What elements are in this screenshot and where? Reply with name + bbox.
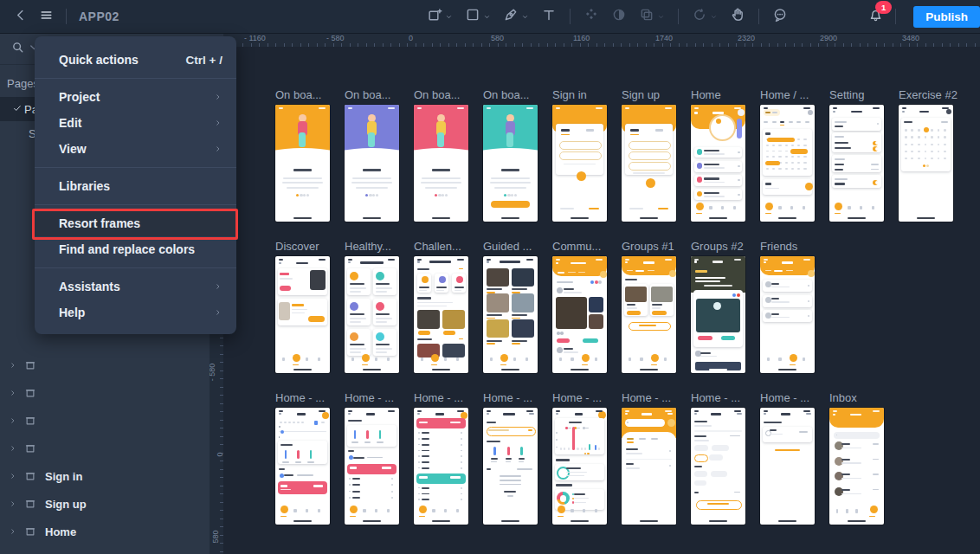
prototype-tool-button[interactable] (692, 7, 718, 26)
canvas-frame-stats[interactable] (345, 256, 399, 373)
layer-item-home-period[interactable]: Home / Period (0, 548, 210, 554)
frame-label[interactable]: Home - ... (760, 391, 809, 404)
frame-label[interactable]: Home - ... (691, 391, 740, 404)
canvas-frame-onb3[interactable] (414, 105, 468, 222)
frame-label[interactable]: Challen... (414, 240, 461, 253)
canvas-frame-guided[interactable] (483, 256, 538, 373)
frame-label[interactable]: Home - ... (414, 391, 463, 404)
canvas-frame-food[interactable] (552, 408, 607, 525)
notifications-button[interactable]: 1 (862, 3, 888, 29)
ruler-label: - 580 (209, 364, 217, 382)
main-menu-button[interactable] (33, 3, 59, 29)
frame-label[interactable]: On boa... (483, 88, 529, 101)
canvas-frame-home[interactable] (691, 105, 745, 222)
frame-label[interactable]: Healthy... (345, 240, 391, 253)
ruler-label: 3480 (902, 34, 919, 42)
frame-label[interactable]: Friends (760, 240, 797, 253)
layer-item[interactable] (0, 382, 210, 404)
comment-icon (772, 7, 788, 26)
components-tool-button[interactable] (583, 7, 599, 26)
canvas-frame-water1[interactable] (275, 408, 330, 525)
frame-label[interactable]: Groups #2 (691, 240, 744, 253)
canvas-frame-groups1[interactable] (622, 256, 676, 373)
canvas-frame-onb2[interactable] (345, 105, 399, 222)
divider (895, 9, 896, 24)
boolean-tool-button[interactable] (639, 7, 665, 26)
canvas-frame-exercise[interactable] (899, 105, 953, 222)
canvas-frame-onb4[interactable] (483, 105, 538, 222)
canvas-frame-water3[interactable] (414, 408, 468, 525)
pen-tool-button[interactable] (503, 7, 529, 26)
menu-item-find-and-replace-colors[interactable]: Find and replace colors (35, 236, 236, 262)
menu-item-help[interactable]: Help (35, 300, 236, 325)
layer-item-home[interactable]: Home (0, 520, 210, 543)
frame-label[interactable]: Groups #1 (622, 240, 674, 253)
canvas-frame-logfood[interactable] (622, 408, 676, 525)
canvas-frame-water2[interactable] (345, 408, 399, 525)
chevron-right-icon (9, 472, 17, 480)
layer-item[interactable] (0, 409, 210, 432)
frame-label[interactable]: Home (691, 88, 721, 101)
canvas-frame-onb1[interactable] (275, 105, 330, 222)
main-dropdown-menu: Quick actionsCtrl + /ProjectEditViewLibr… (35, 36, 236, 334)
frame-label[interactable]: On boa... (275, 88, 321, 101)
canvas-frame-signin[interactable] (552, 105, 607, 222)
menu-item-edit[interactable]: Edit (35, 110, 236, 136)
frame-label[interactable]: Home - ... (345, 391, 394, 404)
chevron-right-icon (214, 119, 222, 127)
layer-item-sign-in[interactable]: Sign in (0, 465, 210, 487)
add-board-tool-button[interactable] (427, 7, 453, 26)
canvas-viewport[interactable]: - 1160- 580058011601740232029003480 - 58… (210, 33, 980, 554)
canvas-frame-setting[interactable] (829, 105, 884, 222)
frame-label[interactable]: Guided ... (483, 240, 532, 253)
search-icon (10, 40, 25, 58)
layer-item-sign-up[interactable]: Sign up (0, 493, 210, 515)
publish-button[interactable]: Publish (913, 6, 980, 28)
frame-label[interactable]: Home - ... (275, 391, 325, 404)
menu-item-resort-frames[interactable]: Resort frames (35, 210, 236, 236)
canvas-frame-friends[interactable] (760, 256, 815, 373)
frame-label[interactable]: Commu... (552, 240, 601, 253)
hand-tool-button[interactable] (730, 7, 745, 26)
frame-label[interactable]: Home - ... (622, 391, 671, 404)
layer-item[interactable] (0, 437, 210, 460)
frame-label[interactable]: On boa... (345, 88, 390, 101)
menu-item-quick-actions[interactable]: Quick actionsCtrl + / (35, 47, 236, 73)
add-board-icon (427, 7, 442, 26)
shape-tool-button[interactable] (465, 7, 491, 26)
top-toolbar: APP02 1 Publish (0, 0, 980, 34)
text-tool-button[interactable] (541, 7, 557, 26)
canvas-frame-discover[interactable] (275, 256, 330, 373)
menu-item-view[interactable]: View (35, 136, 236, 162)
back-button[interactable] (7, 3, 33, 29)
board-icon (24, 359, 36, 371)
menu-item-project[interactable]: Project (35, 84, 236, 110)
canvas-frame-inbox[interactable] (829, 408, 884, 525)
canvas-frame-groups2[interactable] (691, 256, 745, 373)
canvas-frame-community[interactable] (552, 256, 607, 373)
canvas-frame-addwater[interactable] (483, 408, 538, 525)
frame-label[interactable]: Setting (829, 88, 864, 101)
comment-tool-button[interactable] (772, 7, 788, 26)
frame-label[interactable]: Sign up (622, 88, 660, 101)
frame-label[interactable]: Exercise #2 (899, 88, 957, 101)
frame-label[interactable]: Discover (275, 240, 319, 253)
frame-label[interactable]: Home - ... (483, 391, 532, 404)
chevron-down-icon (710, 13, 718, 21)
horizontal-ruler[interactable]: - 1160- 580058011601740232029003480 (223, 33, 980, 47)
frame-label[interactable]: Home / ... (760, 88, 809, 101)
mask-tool-button[interactable] (611, 7, 627, 26)
menu-item-libraries[interactable]: Libraries (35, 173, 236, 199)
canvas-frame-period[interactable] (760, 105, 815, 222)
canvas-frame-signup[interactable] (622, 105, 676, 222)
canvas-frame-addfood1[interactable] (691, 408, 745, 525)
menu-item-assistants[interactable]: Assistants (35, 274, 236, 300)
frame-label[interactable]: Home - ... (552, 391, 602, 404)
layer-item[interactable] (0, 354, 210, 377)
board-icon (24, 498, 36, 510)
frame-label[interactable]: Inbox (829, 391, 857, 404)
canvas-frame-addfood2[interactable] (760, 408, 815, 525)
canvas-frame-challenges[interactable] (414, 256, 468, 373)
frame-label[interactable]: On boa... (414, 88, 460, 101)
frame-label[interactable]: Sign in (552, 88, 587, 101)
